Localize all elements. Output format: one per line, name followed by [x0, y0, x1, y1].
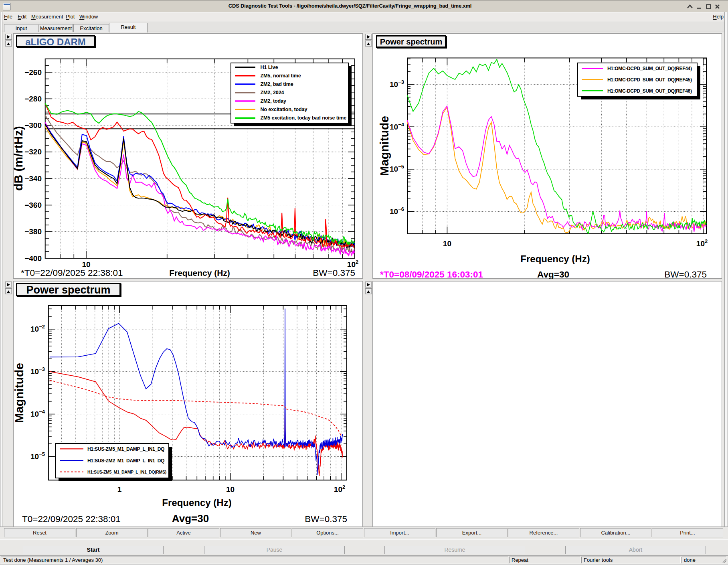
svg-text:Magnitude: Magnitude	[378, 116, 391, 176]
svg-text:10−3: 10−3	[390, 79, 404, 89]
svg-text:10−3: 10−3	[30, 366, 45, 376]
svg-text:ZM2, today: ZM2, today	[261, 98, 286, 104]
svg-text:10: 10	[226, 485, 235, 494]
svg-text:10: 10	[443, 239, 451, 248]
svg-text:ZM5 excitation, today bad nois: ZM5 excitation, today bad noise time	[261, 115, 347, 121]
svg-text:102: 102	[347, 259, 358, 269]
svg-text:Avg=30: Avg=30	[537, 269, 569, 279]
svg-text:−380: −380	[24, 227, 42, 236]
svg-text:Magnitude: Magnitude	[14, 363, 26, 423]
svg-text:No excitation, today: No excitation, today	[261, 107, 307, 112]
svg-text:10−5: 10−5	[390, 164, 404, 173]
svg-text:H1:OMC-DCPD_SUM_OUT_DQ(REF44): H1:OMC-DCPD_SUM_OUT_DQ(REF44)	[607, 66, 692, 71]
svg-text:Frequency (Hz): Frequency (Hz)	[520, 253, 590, 264]
svg-text:102: 102	[696, 238, 708, 248]
svg-text:−360: −360	[24, 201, 42, 209]
svg-text:Frequency (Hz): Frequency (Hz)	[162, 497, 231, 508]
svg-text:Frequency (Hz): Frequency (Hz)	[169, 268, 230, 277]
svg-text:−260: −260	[24, 68, 42, 77]
svg-text:H1:SUS-ZM5_M1_DAMP_L_IN1_DQ: H1:SUS-ZM5_M1_DAMP_L_IN1_DQ	[87, 446, 164, 452]
svg-text:10: 10	[82, 260, 90, 269]
svg-text:−280: −280	[24, 95, 42, 103]
svg-text:−320: −320	[24, 148, 42, 156]
svg-text:1: 1	[117, 485, 122, 494]
svg-text:102: 102	[334, 484, 345, 494]
svg-text:H1:SUS-ZM2_M1_DAMP_L_IN1_DQ: H1:SUS-ZM2_M1_DAMP_L_IN1_DQ	[87, 458, 164, 464]
svg-text:*T0=22/09/2025 22:38:01: *T0=22/09/2025 22:38:01	[21, 268, 123, 278]
svg-text:BW=0.375: BW=0.375	[305, 514, 347, 524]
svg-text:−340: −340	[24, 174, 42, 183]
svg-text:H1:SUS-ZM5_M1_DAMP_L_IN1_DQ(RM: H1:SUS-ZM5_M1_DAMP_L_IN1_DQ(RMS)	[87, 470, 166, 474]
svg-text:Avg=30: Avg=30	[172, 512, 209, 524]
svg-text:dB (m/rtHz): dB (m/rtHz)	[14, 126, 25, 191]
svg-text:10−4: 10−4	[30, 409, 45, 418]
svg-text:−300: −300	[24, 121, 42, 130]
svg-text:H1:OMC-DCPD_SUM_OUT_DQ(REF45): H1:OMC-DCPD_SUM_OUT_DQ(REF45)	[607, 77, 692, 83]
svg-text:10−5: 10−5	[30, 451, 45, 461]
svg-text:BW=0.375: BW=0.375	[664, 269, 707, 279]
svg-text:H1 Live: H1 Live	[261, 65, 278, 70]
svg-text:10−4: 10−4	[390, 122, 404, 131]
svg-text:BW=0.375: BW=0.375	[313, 268, 355, 278]
svg-text:*T0=08/09/2025 16:03:01: *T0=08/09/2025 16:03:01	[380, 269, 483, 279]
svg-text:10−2: 10−2	[30, 324, 45, 333]
svg-text:T0=22/09/2025 22:38:01: T0=22/09/2025 22:38:01	[22, 514, 121, 524]
svg-text:ZM5, normal time: ZM5, normal time	[261, 73, 301, 79]
svg-text:ZM2, 2024: ZM2, 2024	[261, 90, 284, 95]
svg-text:10−6: 10−6	[390, 206, 404, 216]
svg-text:−400: −400	[24, 254, 42, 263]
svg-text:H1:OMC-DCPD_SUM_OUT_DQ(REF46): H1:OMC-DCPD_SUM_OUT_DQ(REF46)	[607, 88, 692, 94]
svg-text:ZM2, bad time: ZM2, bad time	[261, 81, 293, 87]
